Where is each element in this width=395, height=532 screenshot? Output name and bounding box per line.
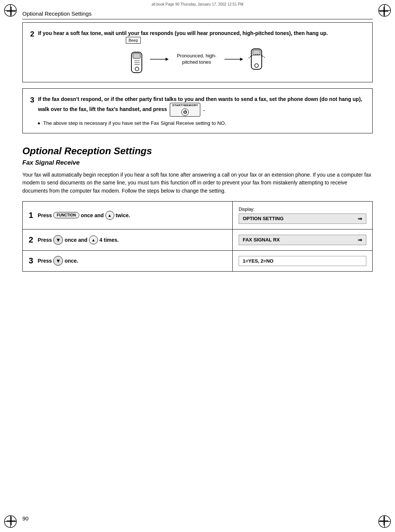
arrow-1 (150, 56, 169, 63)
step1-press-label: Press (38, 212, 52, 218)
circle-decoration-tl (3, 3, 18, 18)
step-cell-1: 1 Press FUNCTION once and ▲ twice. (23, 201, 233, 229)
display-box-1: OPTION SETTING ⇒ (239, 213, 366, 224)
step-cell-2: 2 Press ▼ once and ▲ 4 times. (23, 229, 233, 250)
step-2-number: 2 (30, 29, 34, 38)
display-arrow-2: ⇒ (358, 237, 362, 243)
up-button-1[interactable]: ▲ (105, 211, 114, 220)
table-row-2: 2 Press ▼ once and ▲ 4 times. FAX SIGNAL… (23, 229, 373, 250)
step-instruction-3: Press ▼ once. (38, 256, 78, 266)
step2-once-and: once and (64, 237, 87, 243)
start-memory-circle: ⏻ (181, 108, 189, 116)
step2-press-label: Press (38, 237, 52, 243)
step-row-content-3: 3 Press ▼ once. (29, 256, 226, 266)
step3-press-label: Press (38, 258, 52, 264)
page-header-title: Optional Reception Settings (22, 10, 92, 17)
step-num-1: 1 (29, 210, 33, 220)
step-3-text-part2: . (203, 106, 205, 112)
display-box-3: 1=YES, 2=NO (239, 256, 366, 266)
start-memory-label: START/MEMORY (172, 104, 198, 107)
step-3-text: If the fax doesn't respond, or if the ot… (38, 95, 365, 117)
table-row-3: 3 Press ▼ once. 1=YES, 2=NO (23, 250, 373, 271)
table-row-1: 1 Press FUNCTION once and ▲ twice. Displ… (23, 201, 373, 229)
circle-decoration-tr (377, 3, 392, 18)
step-instruction-1: Press FUNCTION once and ▲ twice. (38, 211, 130, 220)
step-num-3: 3 (29, 256, 33, 266)
step1-twice: twice. (116, 212, 130, 218)
step-2-box: 2 If you hear a soft fax tone, wait unti… (22, 22, 373, 82)
section-title: Optional Reception Settings (22, 145, 373, 157)
page-number: 90 (22, 515, 29, 522)
step-2-header: 2 If you hear a soft fax tone, wait unti… (30, 29, 365, 38)
step1-once-and: once and (81, 212, 103, 218)
svg-rect-13 (133, 53, 140, 58)
display-cell-3: 1=YES, 2=NO (233, 250, 373, 271)
filename-bar: all.book Page 90 Thursday, January 17, 2… (152, 2, 243, 6)
step-row-content-1: 1 Press FUNCTION once and ▲ twice. (29, 210, 226, 220)
display-text-3: 1=YES, 2=NO (243, 258, 273, 264)
display-cell-2: FAX SIGNAL RX ⇒ (233, 229, 373, 250)
step2-4times: 4 times. (99, 237, 119, 243)
body-text: Your fax will automatically begin recept… (22, 171, 373, 195)
step-3-box: 3 If the fax doesn't respond, or if the … (22, 88, 373, 133)
circle-decoration-bl (3, 514, 18, 529)
step-num-2: 2 (29, 235, 33, 245)
circle-decoration-br (377, 514, 392, 529)
display-box-2: FAX SIGNAL RX ⇒ (239, 235, 366, 245)
step-3-number: 3 (30, 95, 34, 104)
up-button-2[interactable]: ▲ (89, 235, 98, 244)
function-button[interactable]: FUNCTION (53, 212, 79, 218)
gap-1 (22, 85, 373, 88)
display-cell-1: Display: OPTION SETTING ⇒ (233, 201, 373, 229)
svg-marker-19 (166, 57, 169, 60)
step-cell-3: 3 Press ▼ once. (23, 250, 233, 271)
beep-label: Beep (126, 37, 141, 44)
steps-table: 1 Press FUNCTION once and ▲ twice. Displ… (22, 201, 373, 272)
phone-left-group: Beep (128, 44, 146, 75)
step3-once: once. (64, 258, 78, 264)
svg-marker-21 (240, 57, 243, 60)
svg-point-24 (255, 64, 258, 67)
phone-right-icon (247, 47, 267, 71)
step-instruction-2: Press ▼ once and ▲ 4 times. (38, 235, 119, 245)
step-3-bullet: • The above step is necessary if you hav… (38, 120, 365, 127)
main-content: 2 If you hear a soft fax tone, wait unti… (22, 22, 373, 510)
page-header: Optional Reception Settings (22, 10, 373, 19)
arrow-2 (224, 56, 243, 63)
bullet-text: The above step is necessary if you have … (43, 120, 226, 127)
step-3-header: 3 If the fax doesn't respond, or if the … (30, 95, 365, 117)
svg-point-14 (135, 67, 139, 71)
step-2-text: If you hear a soft fax tone, wait until … (38, 29, 328, 37)
display-label-1: Display: (239, 207, 366, 212)
down-button-2[interactable]: ▼ (53, 235, 63, 245)
tones-label: Pronounced, high-pitched tones (172, 53, 221, 66)
step-row-content-2: 2 Press ▼ once and ▲ 4 times. (29, 235, 226, 245)
display-text-1: OPTION SETTING (243, 216, 284, 221)
bullet-dot: • (38, 120, 40, 127)
subsection-title: Fax Signal Receive (22, 159, 373, 167)
display-arrow-1: ⇒ (358, 216, 362, 222)
phone-left-icon (128, 50, 146, 75)
down-button-3[interactable]: ▼ (53, 256, 63, 266)
start-memory-button-icon: START/MEMORY ⏻ (170, 103, 200, 116)
display-text-2: FAX SIGNAL RX (243, 237, 280, 243)
step-2-diagram: Beep Pronounced, high- (30, 44, 365, 75)
